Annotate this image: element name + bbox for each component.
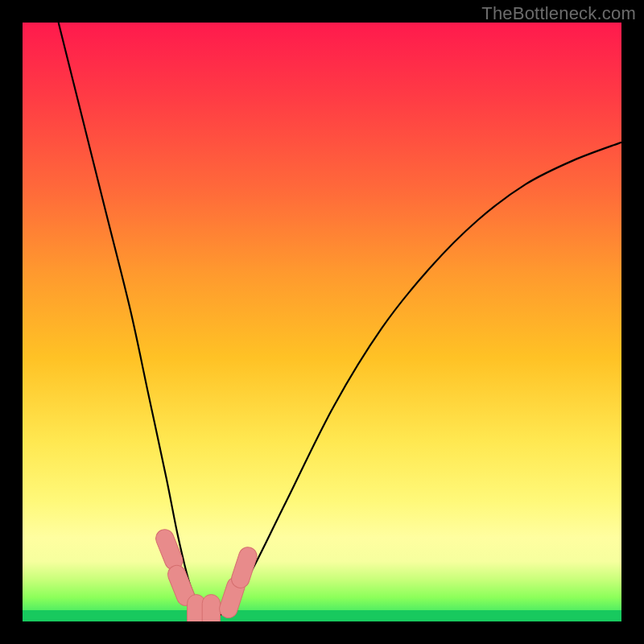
curve-marker — [229, 545, 259, 590]
plot-area — [23, 23, 621, 621]
curve-marker — [202, 595, 220, 621]
chart-frame — [0, 0, 644, 644]
watermark-text: TheBottleneck.com — [481, 3, 636, 24]
bottleneck-curve — [23, 23, 621, 621]
